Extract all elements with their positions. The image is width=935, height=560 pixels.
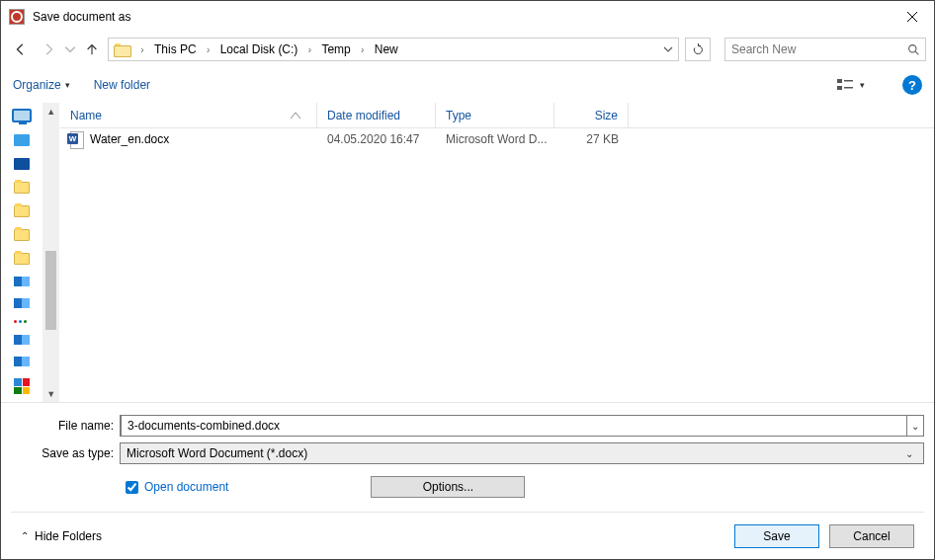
file-size: 27 KB xyxy=(554,132,629,146)
address-history-dropdown[interactable] xyxy=(658,39,678,60)
cancel-button[interactable]: Cancel xyxy=(829,524,914,548)
search-box[interactable] xyxy=(724,38,926,61)
file-row[interactable]: Water_en.docx 04.05.2020 16:47 Microsoft… xyxy=(60,128,934,150)
crumb-temp[interactable]: Temp xyxy=(315,39,356,60)
crumb-local-disk[interactable]: Local Disk (C:) xyxy=(214,39,304,60)
address-bar[interactable]: › This PC › Local Disk (C:) › Temp › New xyxy=(108,38,679,61)
titlebar: Save document as xyxy=(1,1,934,32)
navigation-pane[interactable]: ▲ ▼ xyxy=(1,103,60,402)
column-headers: Name Date modified Type Size xyxy=(60,103,934,128)
file-name: Water_en.docx xyxy=(90,132,169,146)
save-dialog: Save document as › This PC › Local Disk … xyxy=(0,0,935,560)
scroll-down-icon[interactable]: ▼ xyxy=(42,385,59,402)
tree-item-icon[interactable] xyxy=(14,298,30,308)
forward-button[interactable] xyxy=(37,38,60,61)
dialog-footer: ⌃ Hide Folders Save Cancel xyxy=(11,512,924,559)
window-title: Save document as xyxy=(33,10,890,24)
column-size-label: Size xyxy=(595,109,618,122)
tree-item-icon[interactable] xyxy=(14,320,30,323)
filename-label: File name: xyxy=(11,419,120,433)
options-button[interactable]: Options... xyxy=(371,476,525,498)
close-icon[interactable] xyxy=(890,1,934,32)
filetype-label: Save as type: xyxy=(11,446,120,460)
crumb-new[interactable]: New xyxy=(369,39,404,60)
app-icon xyxy=(9,9,25,25)
help-icon[interactable]: ? xyxy=(902,75,922,95)
chevron-down-icon: ▾ xyxy=(860,80,865,90)
chevron-right-icon[interactable]: › xyxy=(136,39,148,60)
organize-menu[interactable]: Organize ▾ xyxy=(13,78,70,92)
svg-rect-2 xyxy=(837,86,842,90)
chevron-right-icon[interactable]: › xyxy=(303,39,315,60)
hide-folders-button[interactable]: ⌃ Hide Folders xyxy=(21,529,102,543)
tree-item-icon[interactable] xyxy=(14,357,30,366)
folder-icon[interactable] xyxy=(14,182,30,194)
folder-icon xyxy=(113,40,132,59)
file-type: Microsoft Word D... xyxy=(436,132,554,146)
toolbar: Organize ▾ New folder ▾ ? xyxy=(1,67,934,103)
scrollbar-thumb[interactable] xyxy=(45,251,56,330)
column-date[interactable]: Date modified xyxy=(317,103,436,127)
svg-rect-1 xyxy=(837,79,842,83)
chevron-right-icon[interactable]: › xyxy=(203,39,214,60)
tree-item-icon[interactable] xyxy=(14,335,30,345)
open-document-label: Open document xyxy=(144,480,228,494)
navigation-scrollbar[interactable]: ▲ ▼ xyxy=(42,103,59,402)
chevron-right-icon[interactable]: › xyxy=(357,39,369,60)
refresh-button[interactable] xyxy=(685,38,711,61)
save-form: File name: ⌄ Save as type: Microsoft Wor… xyxy=(1,402,934,559)
filetype-value: Microsoft Word Document (*.docx) xyxy=(127,446,307,460)
chevron-down-icon[interactable]: ⌄ xyxy=(907,421,923,432)
open-document-option[interactable]: Open document xyxy=(126,480,228,494)
file-list[interactable]: Water_en.docx 04.05.2020 16:47 Microsoft… xyxy=(60,128,934,402)
scroll-up-icon[interactable]: ▲ xyxy=(42,103,59,120)
folder-icon[interactable] xyxy=(14,205,30,217)
desktop-icon[interactable] xyxy=(12,109,32,122)
chevron-up-icon: ⌃ xyxy=(21,530,29,541)
new-folder-label: New folder xyxy=(94,78,150,92)
filename-input[interactable] xyxy=(121,415,907,437)
tree-item-icon[interactable] xyxy=(14,158,30,170)
back-button[interactable] xyxy=(9,38,33,61)
open-document-checkbox[interactable] xyxy=(126,481,138,494)
breadcrumb: This PC › Local Disk (C:) › Temp › New xyxy=(148,39,658,60)
chevron-down-icon: ⌄ xyxy=(901,448,917,459)
svg-rect-3 xyxy=(844,80,853,82)
column-type[interactable]: Type xyxy=(436,103,554,127)
hide-folders-label: Hide Folders xyxy=(35,529,102,543)
filetype-combo[interactable]: Microsoft Word Document (*.docx) ⌄ xyxy=(120,442,924,464)
svg-rect-4 xyxy=(844,87,853,89)
sort-indicator-icon xyxy=(291,110,306,120)
file-list-pane: Name Date modified Type Size xyxy=(60,103,934,402)
word-doc-icon xyxy=(68,131,84,147)
chevron-down-icon: ▾ xyxy=(65,80,70,90)
search-input[interactable] xyxy=(725,42,901,56)
column-name[interactable]: Name xyxy=(60,103,317,127)
view-mode-button[interactable]: ▾ xyxy=(831,73,871,97)
tree-item-icon[interactable] xyxy=(14,378,30,394)
recent-dropdown-icon[interactable] xyxy=(64,38,76,61)
svg-point-0 xyxy=(908,44,915,51)
search-icon[interactable] xyxy=(901,43,925,56)
new-folder-button[interactable]: New folder xyxy=(94,78,150,92)
column-date-label: Date modified xyxy=(327,109,400,122)
folder-icon[interactable] xyxy=(14,229,30,241)
save-button[interactable]: Save xyxy=(734,524,819,548)
column-size[interactable]: Size xyxy=(554,103,629,127)
tree-item-icon[interactable] xyxy=(14,277,30,286)
column-name-label: Name xyxy=(70,109,102,122)
tree-item-icon[interactable] xyxy=(14,134,30,146)
crumb-this-pc[interactable]: This PC xyxy=(148,39,203,60)
organize-label: Organize xyxy=(13,78,61,92)
up-button[interactable] xyxy=(80,38,104,61)
folder-icon[interactable] xyxy=(14,253,30,265)
filename-combo[interactable]: ⌄ xyxy=(120,415,924,437)
nav-bar: › This PC › Local Disk (C:) › Temp › New xyxy=(1,32,934,67)
file-date: 04.05.2020 16:47 xyxy=(317,132,436,146)
column-type-label: Type xyxy=(446,109,471,122)
